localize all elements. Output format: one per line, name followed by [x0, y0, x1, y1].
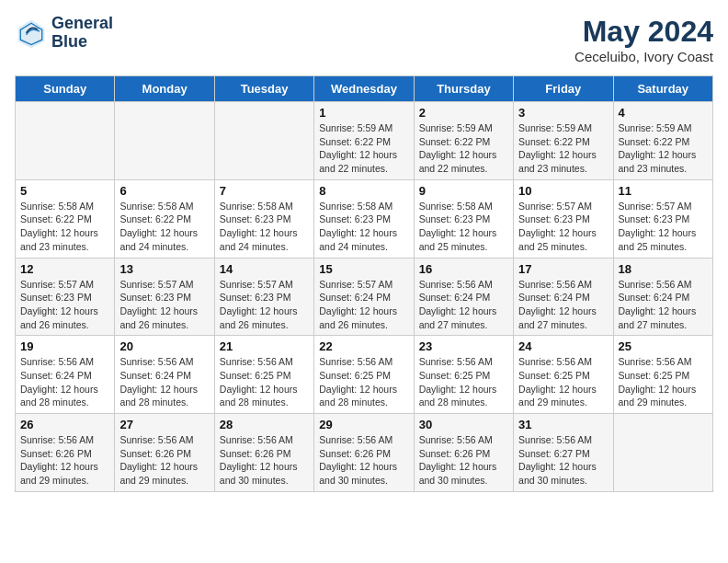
day-number: 15 — [319, 262, 408, 276]
calendar-cell: 3Sunrise: 5:59 AM Sunset: 6:22 PM Daylig… — [514, 102, 613, 180]
calendar-cell: 5Sunrise: 5:58 AM Sunset: 6:22 PM Daylig… — [16, 179, 115, 258]
calendar-table: SundayMondayTuesdayWednesdayThursdayFrid… — [15, 75, 713, 492]
day-info: Sunrise: 5:56 AM Sunset: 6:24 PM Dayligh… — [20, 355, 109, 409]
day-number: 22 — [319, 339, 408, 353]
day-info: Sunrise: 5:58 AM Sunset: 6:23 PM Dayligh… — [319, 200, 408, 254]
day-number: 9 — [419, 184, 508, 198]
logo-text: General Blue — [51, 15, 113, 52]
calendar-week-row: 26Sunrise: 5:56 AM Sunset: 6:26 PM Dayli… — [16, 414, 713, 492]
calendar-cell: 10Sunrise: 5:57 AM Sunset: 6:23 PM Dayli… — [514, 179, 613, 258]
calendar-cell: 31Sunrise: 5:56 AM Sunset: 6:27 PM Dayli… — [514, 414, 613, 492]
calendar-cell: 22Sunrise: 5:56 AM Sunset: 6:25 PM Dayli… — [314, 336, 414, 414]
calendar-cell: 20Sunrise: 5:56 AM Sunset: 6:24 PM Dayli… — [115, 336, 214, 414]
day-info: Sunrise: 5:56 AM Sunset: 6:26 PM Dayligh… — [119, 433, 209, 488]
day-number: 26 — [20, 418, 109, 431]
day-number: 12 — [20, 262, 109, 276]
calendar-cell: 11Sunrise: 5:57 AM Sunset: 6:23 PM Dayli… — [613, 179, 712, 258]
calendar-cell: 1Sunrise: 5:59 AM Sunset: 6:22 PM Daylig… — [314, 102, 414, 180]
calendar-cell: 13Sunrise: 5:57 AM Sunset: 6:23 PM Dayli… — [115, 258, 214, 336]
day-info: Sunrise: 5:56 AM Sunset: 6:26 PM Dayligh… — [20, 433, 109, 488]
calendar-cell: 7Sunrise: 5:58 AM Sunset: 6:23 PM Daylig… — [214, 179, 313, 258]
day-number: 24 — [518, 339, 608, 353]
day-number: 23 — [419, 339, 508, 353]
calendar-week-row: 19Sunrise: 5:56 AM Sunset: 6:24 PM Dayli… — [16, 336, 713, 414]
day-info: Sunrise: 5:56 AM Sunset: 6:24 PM Dayligh… — [619, 278, 708, 332]
title-block: May 2024 Ceceluibo, Ivory Coast — [574, 15, 713, 64]
calendar-cell: 27Sunrise: 5:56 AM Sunset: 6:26 PM Dayli… — [115, 414, 214, 492]
day-info: Sunrise: 5:56 AM Sunset: 6:25 PM Dayligh… — [220, 355, 309, 409]
calendar-cell: 8Sunrise: 5:58 AM Sunset: 6:23 PM Daylig… — [314, 179, 414, 258]
weekday-header-row: SundayMondayTuesdayWednesdayThursdayFrid… — [16, 76, 713, 102]
day-number: 5 — [20, 184, 109, 198]
day-info: Sunrise: 5:57 AM Sunset: 6:23 PM Dayligh… — [518, 200, 608, 254]
day-number: 27 — [119, 418, 209, 431]
day-number: 10 — [518, 184, 608, 198]
day-number: 21 — [220, 339, 309, 353]
weekday-header: Tuesday — [214, 76, 313, 102]
day-number: 25 — [619, 339, 708, 353]
logo: General Blue — [15, 15, 113, 52]
day-info: Sunrise: 5:57 AM Sunset: 6:23 PM Dayligh… — [20, 278, 109, 332]
day-number: 11 — [619, 184, 708, 198]
day-info: Sunrise: 5:56 AM Sunset: 6:26 PM Dayligh… — [220, 433, 309, 488]
day-number: 8 — [319, 184, 408, 198]
day-number: 20 — [119, 339, 209, 353]
day-info: Sunrise: 5:57 AM Sunset: 6:24 PM Dayligh… — [319, 278, 408, 332]
day-number: 29 — [319, 418, 408, 431]
calendar-cell: 21Sunrise: 5:56 AM Sunset: 6:25 PM Dayli… — [214, 336, 313, 414]
day-number: 3 — [518, 106, 608, 120]
calendar-cell: 2Sunrise: 5:59 AM Sunset: 6:22 PM Daylig… — [414, 102, 513, 180]
calendar-cell — [115, 102, 214, 180]
day-number: 14 — [220, 262, 309, 276]
day-info: Sunrise: 5:59 AM Sunset: 6:22 PM Dayligh… — [319, 121, 408, 176]
day-info: Sunrise: 5:58 AM Sunset: 6:23 PM Dayligh… — [419, 200, 508, 254]
day-number: 6 — [119, 184, 209, 198]
day-number: 4 — [619, 106, 708, 120]
day-number: 13 — [119, 262, 209, 276]
day-info: Sunrise: 5:56 AM Sunset: 6:24 PM Dayligh… — [419, 278, 508, 332]
day-info: Sunrise: 5:59 AM Sunset: 6:22 PM Dayligh… — [419, 121, 508, 176]
weekday-header: Friday — [514, 76, 613, 102]
calendar-cell: 25Sunrise: 5:56 AM Sunset: 6:25 PM Dayli… — [613, 336, 712, 414]
calendar-cell: 16Sunrise: 5:56 AM Sunset: 6:24 PM Dayli… — [414, 258, 513, 336]
day-info: Sunrise: 5:57 AM Sunset: 6:23 PM Dayligh… — [119, 278, 209, 332]
day-info: Sunrise: 5:56 AM Sunset: 6:27 PM Dayligh… — [518, 433, 608, 488]
calendar-cell: 26Sunrise: 5:56 AM Sunset: 6:26 PM Dayli… — [16, 414, 115, 492]
month-year: May 2024 — [574, 15, 713, 49]
calendar-cell — [16, 102, 115, 180]
day-info: Sunrise: 5:57 AM Sunset: 6:23 PM Dayligh… — [619, 200, 708, 254]
day-info: Sunrise: 5:59 AM Sunset: 6:22 PM Dayligh… — [619, 121, 708, 176]
calendar-cell: 6Sunrise: 5:58 AM Sunset: 6:22 PM Daylig… — [115, 179, 214, 258]
calendar-cell: 23Sunrise: 5:56 AM Sunset: 6:25 PM Dayli… — [414, 336, 513, 414]
day-info: Sunrise: 5:58 AM Sunset: 6:22 PM Dayligh… — [119, 200, 209, 254]
day-number: 2 — [419, 106, 508, 120]
calendar-cell: 19Sunrise: 5:56 AM Sunset: 6:24 PM Dayli… — [16, 336, 115, 414]
day-info: Sunrise: 5:56 AM Sunset: 6:25 PM Dayligh… — [319, 355, 408, 409]
day-info: Sunrise: 5:56 AM Sunset: 6:24 PM Dayligh… — [119, 355, 209, 409]
day-number: 7 — [220, 184, 309, 198]
weekday-header: Wednesday — [314, 76, 414, 102]
calendar-cell: 29Sunrise: 5:56 AM Sunset: 6:26 PM Dayli… — [314, 414, 414, 492]
location: Ceceluibo, Ivory Coast — [574, 49, 713, 64]
page-header: General Blue May 2024 Ceceluibo, Ivory C… — [15, 15, 713, 64]
day-info: Sunrise: 5:56 AM Sunset: 6:25 PM Dayligh… — [619, 355, 708, 409]
day-number: 28 — [220, 418, 309, 431]
day-number: 19 — [20, 339, 109, 353]
day-info: Sunrise: 5:58 AM Sunset: 6:22 PM Dayligh… — [20, 200, 109, 254]
calendar-cell: 15Sunrise: 5:57 AM Sunset: 6:24 PM Dayli… — [314, 258, 414, 336]
calendar-cell: 9Sunrise: 5:58 AM Sunset: 6:23 PM Daylig… — [414, 179, 513, 258]
weekday-header: Thursday — [414, 76, 513, 102]
weekday-header: Monday — [115, 76, 214, 102]
calendar-cell: 12Sunrise: 5:57 AM Sunset: 6:23 PM Dayli… — [16, 258, 115, 336]
calendar-week-row: 5Sunrise: 5:58 AM Sunset: 6:22 PM Daylig… — [16, 179, 713, 258]
calendar-cell: 4Sunrise: 5:59 AM Sunset: 6:22 PM Daylig… — [613, 102, 712, 180]
calendar-cell: 28Sunrise: 5:56 AM Sunset: 6:26 PM Dayli… — [214, 414, 313, 492]
svg-marker-0 — [18, 19, 45, 48]
calendar-week-row: 12Sunrise: 5:57 AM Sunset: 6:23 PM Dayli… — [16, 258, 713, 336]
day-info: Sunrise: 5:59 AM Sunset: 6:22 PM Dayligh… — [518, 121, 608, 176]
day-info: Sunrise: 5:57 AM Sunset: 6:23 PM Dayligh… — [220, 278, 309, 332]
day-info: Sunrise: 5:56 AM Sunset: 6:26 PM Dayligh… — [419, 433, 508, 488]
calendar-cell: 30Sunrise: 5:56 AM Sunset: 6:26 PM Dayli… — [414, 414, 513, 492]
calendar-cell: 17Sunrise: 5:56 AM Sunset: 6:24 PM Dayli… — [514, 258, 613, 336]
calendar-cell: 14Sunrise: 5:57 AM Sunset: 6:23 PM Dayli… — [214, 258, 313, 336]
